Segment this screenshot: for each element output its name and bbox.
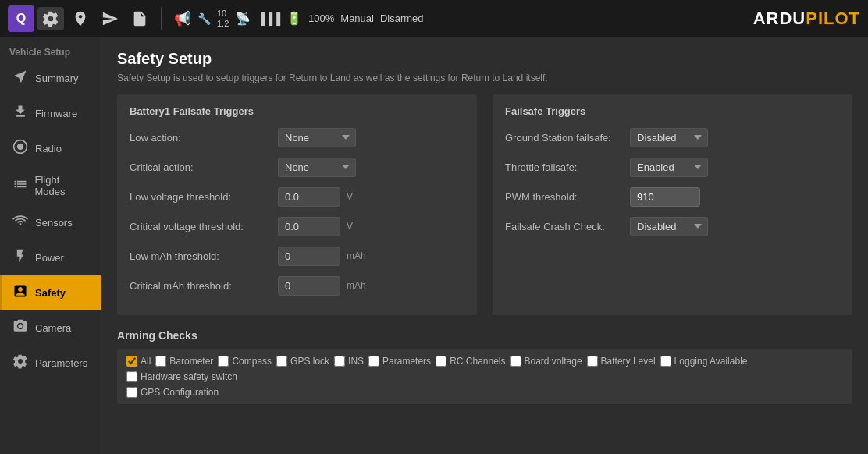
check-parameters-checkbox[interactable]	[368, 356, 379, 367]
sidebar-item-power[interactable]: Power	[0, 240, 101, 275]
critical-mah-row: Critical mAh threshold: mAh	[130, 275, 464, 296]
sidebar-item-safety[interactable]: Safety	[0, 275, 101, 310]
send-icon-button[interactable]	[97, 7, 123, 30]
safety-icon	[12, 283, 29, 303]
battery-pct-label: 100%	[308, 12, 334, 24]
sidebar-item-summary[interactable]: Summary	[0, 61, 101, 96]
check-rc-channels-item[interactable]: RC Channels	[436, 356, 505, 367]
wrench-icon: 🔧	[197, 12, 211, 25]
page-description: Safety Setup is used to setup triggers f…	[117, 73, 852, 83]
check-logging-checkbox[interactable]	[660, 356, 671, 367]
doc-icon-button[interactable]	[126, 7, 153, 30]
gs-failsafe-select[interactable]: Disabled Enabled	[630, 128, 708, 147]
check-all-checkbox[interactable]	[126, 356, 137, 367]
sidebar-item-flight-modes[interactable]: Flight Modes	[0, 166, 101, 205]
check-board-voltage-item[interactable]: Board voltage	[510, 356, 582, 367]
topbar-separator	[161, 7, 162, 30]
check-gps-config-label: GPS Configuration	[141, 387, 219, 398]
critical-voltage-input[interactable]	[278, 217, 340, 236]
check-compass-checkbox[interactable]	[218, 356, 229, 367]
check-compass-item[interactable]: Compass	[218, 356, 272, 367]
low-mah-unit: mAh	[347, 250, 366, 261]
check-ins-item[interactable]: INS	[334, 356, 364, 367]
triggers-grid: Battery1 Failsafe Triggers Low action: N…	[117, 94, 852, 315]
summary-icon	[12, 69, 29, 88]
topbar-status-area: 📢 🔧 10 1.2 📡 ▐▐▐ 🔋 100% Manual Disarmed	[174, 9, 424, 27]
crash-check-label: Failsafe Crash Check:	[505, 221, 630, 232]
sidebar-item-label: Flight Modes	[34, 174, 91, 197]
critical-mah-control: mAh	[278, 276, 464, 296]
pwm-threshold-label: PWM threshold:	[505, 191, 630, 203]
firmware-icon	[12, 104, 29, 123]
sidebar-item-label: Sensors	[35, 217, 73, 229]
low-mah-row: Low mAh threshold: mAh	[130, 245, 464, 267]
check-logging-label: Logging Available	[674, 356, 748, 367]
low-voltage-label: Low voltage threshold:	[130, 191, 278, 203]
gs-failsafe-label: Ground Station failsafe:	[505, 132, 630, 144]
low-voltage-row: Low voltage threshold: V	[130, 186, 464, 207]
check-battery-level-checkbox[interactable]	[587, 356, 598, 367]
check-barometer-checkbox[interactable]	[155, 356, 166, 367]
critical-voltage-unit: V	[347, 221, 353, 232]
sidebar-item-label: Summary	[35, 73, 79, 84]
check-gps-lock-label: GPS lock	[290, 356, 329, 367]
critical-mah-input[interactable]	[278, 276, 340, 296]
low-voltage-unit: V	[347, 191, 353, 202]
sidebar-section-label: Vehicle Setup	[0, 41, 101, 61]
check-battery-level-item[interactable]: Battery Level	[587, 356, 656, 367]
check-all-label: All	[141, 356, 151, 367]
battery-failsafe-title: Battery1 Failsafe Triggers	[130, 105, 464, 117]
low-voltage-input[interactable]	[278, 187, 340, 207]
sidebar-item-firmware[interactable]: Firmware	[0, 96, 101, 131]
check-logging-item[interactable]: Logging Available	[660, 356, 748, 367]
critical-action-row: Critical action: None Land RTL	[130, 156, 464, 178]
arming-checks-section: Arming Checks All Barometer Compass GPS …	[117, 329, 852, 404]
logo-pilot: PILOT	[806, 9, 860, 28]
check-battery-level-label: Battery Level	[601, 356, 656, 367]
critical-action-control: None Land RTL	[278, 158, 464, 177]
power-icon	[12, 248, 29, 268]
check-parameters-label: Parameters	[382, 356, 431, 367]
sidebar-item-parameters[interactable]: Parameters	[0, 346, 101, 381]
topbar-icon-group: Q 📢 🔧 10 1.2 📡 ▐▐▐	[8, 5, 753, 32]
crash-check-row: Failsafe Crash Check: Disabled Enabled	[505, 215, 840, 237]
crash-check-select[interactable]: Disabled Enabled	[630, 217, 708, 236]
check-all-item[interactable]: All	[126, 356, 151, 367]
low-action-control: None Land RTL	[278, 128, 464, 147]
check-board-voltage-checkbox[interactable]	[510, 356, 521, 367]
check-hardware-safety-checkbox[interactable]	[126, 371, 137, 382]
q-icon-button[interactable]: Q	[8, 5, 34, 32]
sidebar-item-label: Parameters	[35, 357, 87, 369]
sidebar-item-radio[interactable]: Radio	[0, 131, 101, 166]
sidebar-item-sensors[interactable]: Sensors	[0, 205, 101, 240]
failsafe-box: Failsafe Triggers Ground Station failsaf…	[493, 94, 852, 315]
check-gps-config-checkbox[interactable]	[126, 387, 137, 398]
sidebar-item-label: Camera	[35, 322, 71, 334]
radio-icon	[12, 139, 29, 158]
sidebar-item-label: Power	[35, 252, 64, 264]
check-barometer-item[interactable]: Barometer	[155, 356, 213, 367]
critical-mah-label: Critical mAh threshold:	[130, 280, 278, 292]
gear-icon-button[interactable]	[37, 7, 64, 30]
waypoint-icon-button[interactable]	[67, 7, 94, 30]
check-ins-checkbox[interactable]	[334, 356, 345, 367]
low-mah-input[interactable]	[278, 247, 340, 266]
critical-action-select[interactable]: None Land RTL	[278, 158, 356, 177]
check-rc-channels-checkbox[interactable]	[436, 356, 446, 367]
critical-mah-unit: mAh	[347, 280, 366, 291]
sidebar-item-camera[interactable]: Camera	[0, 310, 101, 346]
check-parameters-item[interactable]: Parameters	[368, 356, 431, 367]
pwm-threshold-input[interactable]	[630, 187, 700, 207]
sidebar: Vehicle Setup Summary Firmware Radio Fli…	[0, 37, 101, 454]
check-gps-lock-checkbox[interactable]	[276, 356, 287, 367]
low-action-select[interactable]: None Land RTL	[278, 128, 356, 147]
battery-icon: 🔋	[286, 11, 302, 26]
check-gps-lock-item[interactable]: GPS lock	[276, 356, 329, 367]
check-hardware-safety-item[interactable]: Hardware safety switch	[126, 371, 843, 382]
throttle-failsafe-row: Throttle failsafe: Disabled Enabled	[505, 156, 840, 178]
pwm-threshold-row: PWM threshold:	[505, 186, 840, 207]
check-gps-config-item[interactable]: GPS Configuration	[126, 387, 219, 398]
sidebar-item-label: Safety	[35, 287, 66, 299]
gs-failsafe-row: Ground Station failsafe: Disabled Enable…	[505, 126, 840, 148]
throttle-failsafe-select[interactable]: Disabled Enabled	[630, 158, 708, 177]
